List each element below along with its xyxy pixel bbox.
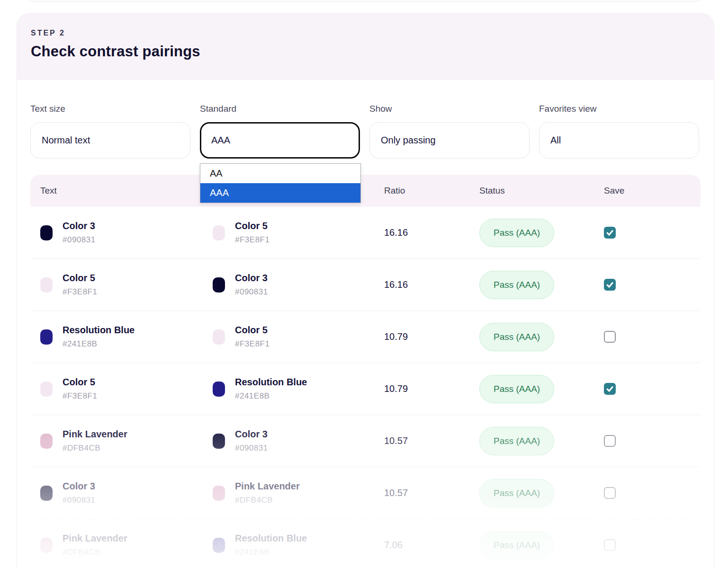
foreground-color-hex: #DFB4CB [63,548,127,557]
table-header-text: Text [30,186,203,196]
save-cell [594,539,701,551]
standard-option-aa[interactable]: AA [200,164,360,183]
standard-label: Standard [200,104,360,114]
status-cell: Pass (AAA) [470,323,594,351]
step-2-card: STEP 2 Check contrast pairings Text size… [17,13,714,568]
save-cell [594,487,701,499]
contrast-table: Text Ratio Status Save Color 3 #090831 C… [30,175,701,568]
status-badge: Pass (AAA) [479,219,554,247]
background-color-swatch [213,538,225,553]
foreground-color-swatch [40,382,53,397]
favorites-view-select[interactable]: All [539,122,699,159]
save-cell [594,435,701,447]
contrast-ratio: 10.79 [375,331,470,342]
card-header: STEP 2 Check contrast pairings [17,14,714,80]
foreground-color-swatch [40,277,53,293]
filter-standard: Standard AAA [200,104,360,159]
foreground-color-cell: Pink Lavender #DFB4CB [30,429,203,453]
favorites-view-label: Favorites view [539,104,699,114]
table-row: Pink Lavender #DFB4CB Color 3 #090831 10… [30,415,701,467]
background-color-name: Resolution Blue [235,377,307,388]
foreground-color-name: Color 5 [63,377,97,388]
background-color-swatch [213,329,225,345]
background-color-swatch [213,225,225,240]
background-color-swatch [213,434,225,449]
show-label: Show [369,104,530,114]
foreground-color-swatch [40,329,53,345]
checkmark-icon [606,281,614,289]
background-color-cell: Color 5 #F3E8F1 [203,221,375,245]
page-title: Check contrast pairings [31,43,700,60]
save-checkbox[interactable] [604,227,616,239]
foreground-color-cell: Resolution Blue #241E8B [30,325,203,349]
foreground-color-hex: #090831 [63,235,96,245]
background-color-name: Color 3 [235,273,268,284]
foreground-color-name: Pink Lavender [63,533,127,544]
background-color-swatch [213,486,225,501]
foreground-color-name: Resolution Blue [63,325,135,336]
save-checkbox[interactable] [604,383,616,395]
save-cell [594,279,701,291]
table-header-status: Status [470,186,594,196]
table-body: Color 3 #090831 Color 5 #F3E8F1 16.16 Pa… [30,207,701,568]
checkmark-icon [606,385,614,393]
foreground-color-cell: Color 5 #F3E8F1 [30,273,203,297]
status-badge: Pass (AAA) [479,531,554,559]
background-color-hex: #090831 [235,287,268,297]
background-color-swatch [213,382,225,397]
table-row: Pink Lavender #DFB4CB Resolution Blue #2… [30,519,701,568]
save-cell [594,227,701,239]
save-checkbox[interactable] [604,487,616,499]
foreground-color-cell: Pink Lavender #DFB4CB [30,533,203,557]
foreground-color-swatch [40,486,53,501]
foreground-color-name: Pink Lavender [63,429,127,440]
previous-card-edge [26,0,703,1]
table-row: Color 5 #F3E8F1 Color 3 #090831 16.16 Pa… [30,259,701,311]
save-checkbox[interactable] [604,539,616,551]
save-checkbox[interactable] [604,331,616,343]
foreground-color-hex: #F3E8F1 [63,391,97,401]
standard-select[interactable]: AAA [200,122,360,159]
filter-text-size: Text size Normal text [30,104,190,159]
background-color-hex: #241E8B [235,548,307,557]
filter-favorites-view: Favorites view All [539,104,699,159]
foreground-color-cell: Color 5 #F3E8F1 [30,377,203,401]
show-select[interactable]: Only passing [369,122,530,159]
contrast-ratio: 7.06 [375,540,470,550]
background-color-name: Color 3 [235,429,268,440]
table-header-save: Save [594,186,701,196]
background-color-hex: #090831 [235,444,268,453]
foreground-color-cell: Color 3 #090831 [30,481,203,505]
status-cell: Pass (AAA) [470,271,594,299]
contrast-ratio: 16.16 [375,279,470,290]
status-cell: Pass (AAA) [470,531,594,559]
text-size-select[interactable]: Normal text [30,122,190,159]
background-color-hex: #F3E8F1 [235,339,270,349]
standard-dropdown-popup: AAAAA [200,163,361,203]
contrast-ratio: 10.57 [375,435,470,446]
background-color-name: Color 5 [235,325,270,336]
background-color-name: Resolution Blue [235,533,307,544]
foreground-color-name: Color 3 [63,221,96,231]
status-badge: Pass (AAA) [479,375,554,403]
foreground-color-hex: #090831 [63,496,96,505]
save-checkbox[interactable] [604,435,616,447]
table-row: Color 3 #090831 Pink Lavender #DFB4CB 10… [30,467,701,519]
foreground-color-name: Color 5 [63,273,97,284]
contrast-ratio: 16.16 [375,227,470,238]
foreground-color-hex: #241E8B [63,339,135,349]
status-badge: Pass (AAA) [479,427,554,455]
foreground-color-swatch [40,434,53,449]
save-checkbox[interactable] [604,279,616,291]
background-color-cell: Color 3 #090831 [203,429,375,453]
background-color-swatch [213,277,225,293]
save-cell [594,383,701,395]
filter-show: Show Only passing [369,104,530,159]
background-color-cell: Color 5 #F3E8F1 [203,325,375,349]
table-header-row: Text Ratio Status Save [30,175,701,207]
status-cell: Pass (AAA) [470,479,594,507]
standard-option-aaa[interactable]: AAA [200,183,360,203]
background-color-cell: Resolution Blue #241E8B [203,533,375,557]
background-color-cell: Color 3 #090831 [203,273,375,297]
text-size-label: Text size [30,104,190,114]
